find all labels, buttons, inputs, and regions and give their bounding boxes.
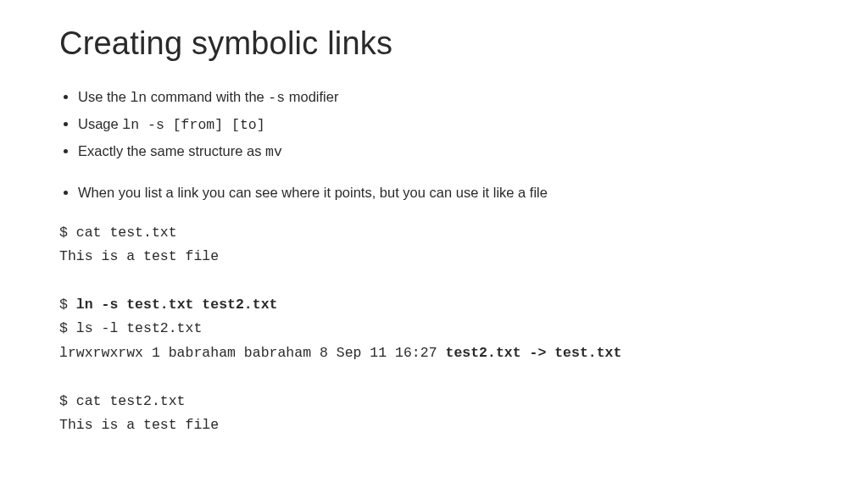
code-dash-s: -s: [268, 90, 285, 106]
bullet-2: Usage ln -s [from] [to]: [78, 113, 809, 136]
term-link-target: test2.txt -> test.txt: [445, 345, 621, 361]
term-line: lrwxrwxrwx 1 babraham babraham 8 Sep 11 …: [59, 345, 445, 361]
text: Usage: [78, 116, 122, 131]
term-line: $ cat test.txt: [59, 225, 177, 241]
code-mv: mv: [265, 144, 282, 160]
term-line: This is a test file: [59, 248, 219, 264]
text: Exactly the same structure as: [78, 143, 265, 158]
terminal-block: $ cat test.txt This is a test file $ ln …: [59, 221, 809, 437]
text: modifier: [285, 89, 338, 104]
bullet-4: When you list a link you can see where i…: [78, 181, 809, 204]
code-usage: ln -s [from] [to]: [122, 117, 264, 133]
term-line: $ cat test2.txt: [59, 393, 186, 409]
term-line: This is a test file: [59, 417, 219, 433]
code-ln: ln: [130, 90, 147, 106]
bullet-3: Exactly the same structure as mv: [78, 140, 809, 164]
text: When you list a link you can see where i…: [78, 185, 548, 200]
page-title: Creating symbolic links: [59, 25, 809, 62]
term-cmd-ln: ln -s test.txt test2.txt: [76, 297, 278, 313]
term-line: $: [59, 297, 76, 313]
bullet-1: Use the ln command with the -s modifier: [78, 86, 809, 109]
bullet-list-2: When you list a link you can see where i…: [59, 181, 809, 204]
text: command with the: [147, 89, 268, 104]
bullet-list-1: Use the ln command with the -s modifier …: [59, 86, 809, 164]
text: Use the: [78, 89, 130, 104]
term-line: $ ls -l test2.txt: [59, 320, 202, 336]
slide: Creating symbolic links Use the ln comma…: [0, 0, 868, 463]
